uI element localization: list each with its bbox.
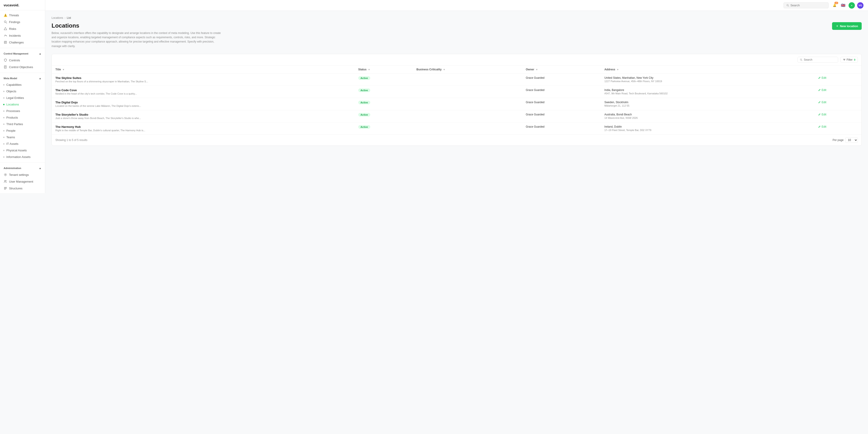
address-country: Sweden, Stockholm [604,101,811,104]
main-content: Locations › List Locations Below, vucavo… [45,11,868,434]
sidebar-item-teams[interactable]: Teams [0,134,45,141]
svg-point-11 [4,180,5,181]
dot-icon [3,156,4,158]
breadcrumb-parent[interactable]: Locations [52,16,63,20]
edit-button[interactable]: Edit [818,88,858,92]
cell-criticality-3 [413,110,522,122]
cell-address-3: Australia, Bondi Beach 14 Wavecrest Ave,… [601,110,814,122]
sidebar-item-third-parties[interactable]: Third Parties [0,121,45,127]
sidebar-item-people[interactable]: People [0,127,45,134]
filter-label: Filter [846,58,852,61]
row-desc: Just a stone's throw away from Bondi Bea… [55,117,351,119]
table-search-input[interactable] [804,58,836,61]
sidebar-item-label: Teams [6,136,15,139]
edit-button[interactable]: Edit [818,125,858,128]
sidebar-item-label: Control Objectives [9,65,33,69]
svg-point-18 [800,59,802,60]
page-description: Below, vucavoid's interface offers the c… [52,31,223,49]
sidebar-item-processes[interactable]: Processes [0,108,45,114]
sidebar-item-challenges[interactable]: Challenges [0,39,45,46]
col-status[interactable]: Status ▼ [355,66,413,74]
user-avatar[interactable]: VG [857,2,864,8]
table-search[interactable] [798,57,838,63]
sidebar-item-physical-assets[interactable]: Physical Assets [0,147,45,154]
col-owner[interactable]: Owner ▼ [522,66,601,74]
breadcrumb-current: List [67,16,71,20]
meta-model-header[interactable]: Meta Model ▲ [0,75,45,82]
edit-button[interactable]: Edit [818,76,858,80]
sidebar-item-capabilities[interactable]: Capabilities [0,82,45,88]
row-title: The Storyteller's Studio [55,113,351,116]
sidebar-item-locations[interactable]: Locations [0,101,45,108]
sidebar-item-information-assets[interactable]: Information Assets [0,154,45,160]
col-actions [814,66,862,74]
address-detail: 1227 Parkview Avenue, 45th–48th Floors, … [604,80,811,83]
sidebar-item-label: Risks [9,27,16,31]
search-input[interactable] [790,4,826,7]
table-toolbar: Filter 0 [52,54,862,66]
sidebar-item-label: Controls [9,59,20,62]
sidebar-item-findings[interactable]: Findings [0,19,45,25]
sidebar-control-management: Control Management ▲ Controls Control Ob… [0,49,45,72]
dot-icon [3,84,4,86]
per-page-control: Per page 10 25 50 100 [833,137,858,143]
svg-line-17 [788,6,789,6]
sidebar-item-label: People [6,129,16,133]
administration-header[interactable]: Administration ▲ [0,165,45,171]
col-business-criticality[interactable]: Business Criticality ▼ [413,66,522,74]
sidebar-item-threats[interactable]: ⚠️ Threats [0,12,45,19]
sidebar-item-risks[interactable]: Risks [0,25,45,32]
status-badge: Active [358,125,370,129]
cell-title-4: The Harmony Hub Right in the middle of T… [52,122,355,135]
page-header: Locations Below, vucavoid's interface of… [52,22,862,49]
showing-text: Showing 1 to 5 of 5 results [55,139,87,142]
chevron-up-icon: ▲ [39,167,41,170]
sidebar-item-label: Processes [6,109,20,113]
sidebar-item-legal-entities[interactable]: Legal Entities [0,94,45,101]
filter-icon [843,58,846,61]
user-management-icon [4,180,7,183]
user-avatar-plus[interactable]: + [848,2,855,8]
sidebar-item-it-assets[interactable]: IT Assets [0,141,45,147]
control-management-header[interactable]: Control Management ▲ [0,51,45,57]
sidebar-item-control-objectives[interactable]: Control Objectives [0,64,45,70]
table-row: The Storyteller's Studio Just a stone's … [52,110,862,122]
sidebar-item-incidents[interactable]: Incidents [0,32,45,39]
table-header-row: Title ▼ Status ▼ Business Criticality ▼ [52,66,862,74]
sidebar-item-objects[interactable]: Objects [0,88,45,94]
cell-edit-3: Edit [814,110,862,122]
table-search-icon [800,58,802,61]
filter-button[interactable]: Filter 0 [840,57,858,63]
table-body: The Skyline Suites Perched on the top fl… [52,73,862,135]
row-desc: Located on the banks of the serene Lake … [55,105,351,107]
notifications-button[interactable]: 🔔 43 [831,2,838,8]
per-page-select[interactable]: 10 25 50 100 [845,137,858,143]
global-search[interactable] [783,2,829,8]
language-selector[interactable]: 🇬🇧 [840,2,846,8]
edit-icon [818,89,821,91]
cell-title-2: The Digital Dojo Located on the banks of… [52,98,355,110]
sidebar-item-tenant-settings[interactable]: Tenant settings [0,171,45,178]
sidebar-item-products[interactable]: Products [0,114,45,121]
cell-criticality-2 [413,98,522,110]
incidents-icon [4,34,7,37]
sidebar-item-structures[interactable]: Structures [0,185,45,192]
breadcrumb: Locations › List [52,16,862,20]
edit-button[interactable]: Edit [818,101,858,104]
edit-icon [818,125,821,128]
edit-icon [818,113,821,116]
col-address[interactable]: Address ▼ [601,66,814,74]
cell-status-2: Active [355,98,413,110]
dot-icon [3,110,4,112]
plus-icon: ＋ [836,24,839,28]
col-title[interactable]: Title ▼ [52,66,355,74]
sidebar-item-label: Challenges [9,41,24,44]
sidebar-item-user-management[interactable]: User Management [0,178,45,185]
status-badge: Active [358,113,370,117]
new-location-button[interactable]: ＋ New location [832,22,862,30]
edit-button[interactable]: Edit [818,113,858,116]
section-label: Control Management [4,52,28,55]
svg-point-16 [787,4,788,6]
address-country: Ireland, Dublin [604,125,811,128]
sidebar-item-controls[interactable]: Controls [0,57,45,64]
